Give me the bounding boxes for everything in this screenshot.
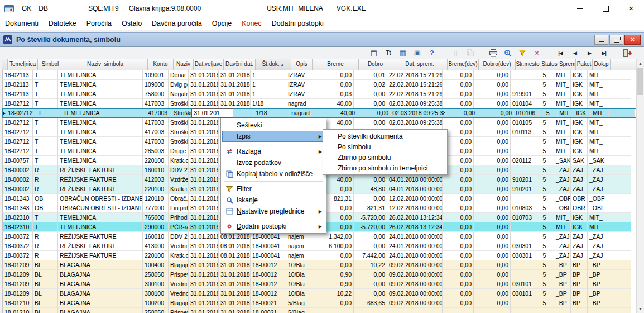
cell-davcni_dat[interactable]: 31.01.2018 (219, 279, 251, 289)
cell-konto[interactable]: 758000 (143, 89, 169, 99)
cell-temeljnica[interactable]: 18-01343 (3, 194, 33, 203)
cell-sprem[interactable]: _ZAJ (554, 241, 571, 251)
cell-temeljnica[interactable]: 18-02712 (3, 127, 33, 137)
context-menu-item-se-tevki[interactable]: Seštevki (222, 120, 325, 131)
cell-dobro_dev[interactable] (474, 308, 511, 313)
cell-konto[interactable]: 285003 (143, 146, 169, 156)
cell-dat_veljave[interactable]: 31.01.2018 (189, 118, 219, 127)
cell-davcni_dat[interactable]: 31.01.2018 (219, 298, 251, 308)
cell-dok_p[interactable] (588, 308, 605, 313)
cell-naziv[interactable]: Blagajna (169, 298, 189, 308)
cell-dobro_dev[interactable]: 0,00 (474, 279, 511, 289)
col-header-davcni_dat[interactable]: Davčni dat. (224, 59, 256, 70)
cell-simbol[interactable]: BL (33, 308, 58, 313)
cell-opis[interactable]: nagrad (286, 99, 307, 108)
cell-dat_veljave[interactable]: 31.01.2018 (189, 308, 219, 313)
cell-dobro_dev[interactable]: 0,00 (474, 232, 511, 241)
cell-dat_sprem[interactable]: 22.02.2018 15:21:26 (387, 70, 443, 80)
exit-icon[interactable] (621, 48, 634, 58)
print-icon[interactable] (487, 48, 500, 58)
cell-simbol[interactable]: R (33, 184, 58, 194)
cell-temeljnica[interactable]: 18-02712 (3, 137, 33, 146)
cell-dok_p[interactable]: _ZAJ (588, 175, 605, 184)
child-minimize-button[interactable] (594, 35, 608, 45)
cell-naziv_simbola[interactable]: REŽIJSKE FAKTURE (58, 251, 143, 260)
cell-breme_dev[interactable] (443, 308, 474, 313)
cell-dobro[interactable]: 7.442,00 (354, 251, 387, 260)
submenu-item-zbirno-po-simbolu-in-temeljnici[interactable]: Zbirno po simbolu in temeljnici (324, 163, 446, 173)
cell-dobro[interactable]: 0,00 (354, 270, 387, 279)
cell-paket[interactable]: IGK (571, 118, 588, 127)
cell-temeljnica[interactable]: 18-02712 (3, 99, 33, 108)
cell-temeljnica[interactable]: 18-02310 (3, 222, 33, 232)
app-button-gk[interactable]: GK (22, 4, 31, 12)
vertical-scrollbar[interactable]: ▲ ▼ (636, 59, 644, 313)
cell-paket[interactable]: BP (571, 260, 588, 270)
cell-dobro_dev[interactable]: 0,00 (474, 89, 511, 99)
cell-temeljnica[interactable]: 18-01210 (3, 298, 33, 308)
cell-str_mesto[interactable] (511, 260, 535, 270)
cell-naziv[interactable]: Stroški r (169, 99, 189, 108)
close-button[interactable]: × (618, 0, 644, 17)
cell-naziv[interactable]: Blagajna (169, 260, 189, 270)
cell-paket[interactable]: OBR (571, 203, 588, 213)
cell-naziv_simbola[interactable]: TEMELJNICA (58, 213, 143, 222)
cell-dobro[interactable]: 0,00 (357, 108, 391, 118)
cell-sprem[interactable]: _BP (554, 279, 571, 289)
cell-naziv_simbola[interactable]: OBRAČUN OBRESTI - IZDANE (58, 203, 143, 213)
context-menu-item-izvoz-podatkov[interactable]: Izvoz podatkov (222, 157, 325, 168)
cell-sprem[interactable]: MIT_ (554, 127, 571, 137)
cell-str_mesto[interactable]: 030101 (511, 279, 535, 289)
cell-paket[interactable]: IGK (571, 127, 588, 137)
cell-naziv[interactable]: Obrač. z (169, 194, 189, 203)
col-header-dobro[interactable]: Dobro (359, 59, 392, 70)
cell-konto[interactable]: 220100 (143, 251, 169, 260)
cell-dobro_dev[interactable]: 0,00 (474, 127, 511, 137)
cell-breme[interactable]: 0,00 (307, 298, 354, 308)
cell-paket[interactable]: IGK (571, 146, 588, 156)
cell-breme_dev[interactable]: 0,00 (443, 184, 474, 194)
cell-sprem[interactable]: MIT_ (554, 70, 571, 80)
cell-dat_sprem[interactable]: 24.01.2018 00:00:00 (387, 251, 443, 260)
cell-sprem[interactable]: MIT_ (558, 108, 574, 118)
cell-naziv[interactable]: Prihodki (169, 213, 189, 222)
copy-icon[interactable] (463, 48, 477, 58)
cell-paket[interactable]: IGK (571, 70, 588, 80)
cell-dobro_dev[interactable]: 0,00 (474, 146, 511, 156)
cell-dobro_dev[interactable]: 0,00 (474, 156, 511, 165)
cell-dat_sprem[interactable]: 09.02.2018 00:00:00 (387, 289, 443, 298)
cell-dobro_dev[interactable]: 0,00 (474, 251, 511, 260)
cell-dok_p[interactable]: _BP (588, 270, 605, 279)
cell-simbol[interactable]: BL (33, 298, 58, 308)
cell-str_mesto[interactable]: 010105 (511, 118, 535, 127)
cell-breme[interactable]: 0,90 (307, 270, 354, 279)
cell-dobro[interactable] (354, 308, 387, 313)
cell-naziv[interactable]: Vrednos (169, 289, 189, 298)
cell-status[interactable]: 5 (535, 279, 554, 289)
cell-paket[interactable]: ZAJ (571, 165, 588, 175)
col-header-konto[interactable]: Konto (148, 59, 174, 70)
cell-dobro[interactable]: 0,00 (354, 279, 387, 289)
cell-naziv[interactable]: Prispev (169, 270, 189, 279)
cell-dobro[interactable]: 0,01 (354, 70, 387, 80)
cell-konto[interactable]: 100200 (143, 298, 169, 308)
cell-naziv[interactable]: Kratk.ob (169, 184, 189, 194)
cell-dok_p[interactable]: _ZAJ (588, 241, 605, 251)
cell-simbol[interactable]: BL (33, 260, 58, 270)
cell-simbol[interactable]: T (33, 127, 58, 137)
col-header-str_mesto[interactable]: Str.mesto (516, 59, 540, 70)
cell-davcni_dat[interactable]: 08.01.2018 (219, 251, 251, 260)
cell-str_mesto[interactable]: 010106 (514, 108, 539, 118)
cell-str_mesto[interactable] (511, 298, 535, 308)
cell-str_mesto[interactable] (511, 308, 535, 313)
cell-status[interactable]: 5 (535, 80, 554, 89)
cell-dok_p[interactable]: _ZAJ (588, 165, 605, 175)
cell-paket[interactable] (571, 308, 588, 313)
cell-status[interactable]: 5 (535, 232, 554, 241)
cell-breme_dev[interactable]: 0,00 (443, 279, 474, 289)
cell-dat_sprem[interactable]: 04.01.2018 00:00:00 (387, 175, 443, 184)
cell-dat_sprem[interactable]: 09.02.2018 00:00:00 (387, 270, 443, 279)
cell-temeljnica[interactable]: 18-02712 (3, 118, 33, 127)
cell-konto[interactable]: 417003 (146, 108, 172, 118)
menu-datoteke[interactable]: Datoteke (44, 17, 81, 30)
